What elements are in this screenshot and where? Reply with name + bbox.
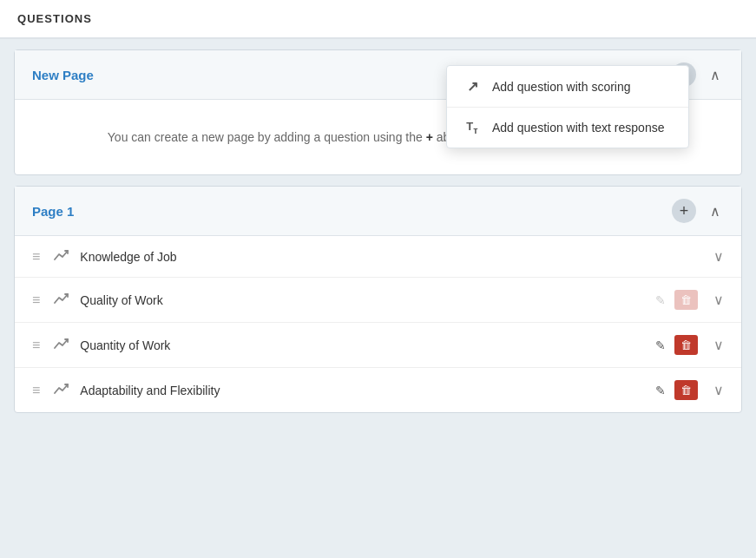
edit-question-button[interactable]: ✎ (655, 384, 666, 397)
new-page-body-bold: + (426, 130, 437, 144)
question-row: ≡ Knowledge of Job ∨ (15, 236, 741, 278)
page1-header: Page 1 + ∧ (15, 187, 741, 236)
question-label: Knowledge of Job (80, 250, 707, 264)
question-label: Adaptability and Flexibility (80, 384, 655, 397)
question-list: ≡ Knowledge of Job ∨ ≡ (15, 236, 741, 412)
new-page-body-text: You can create a new page by adding a qu… (108, 130, 423, 144)
row-actions: ✎ 🗑 ∨ (655, 290, 724, 310)
add-scoring-question-item[interactable]: ↗ Add question with scoring (447, 66, 688, 108)
expand-row-button[interactable]: ∨ (713, 248, 724, 265)
plus-icon: + (680, 202, 689, 220)
drag-handle-icon[interactable]: ≡ (32, 293, 40, 307)
scoring-trend-icon: ↗ (463, 78, 482, 95)
edit-question-button[interactable]: ✎ (655, 338, 666, 352)
add-text-label: Add question with text response (492, 121, 664, 135)
edit-question-button[interactable]: ✎ (655, 293, 666, 307)
row-actions: ✎ 🗑 ∨ (655, 335, 724, 355)
trash-icon: 🗑 (680, 293, 692, 306)
collapse-icon: ∧ (710, 203, 720, 220)
delete-question-button[interactable]: 🗑 (674, 290, 698, 310)
page1-card: Page 1 + ∧ ↗ Add question with scoring T… (14, 186, 742, 413)
new-page-collapse-button[interactable]: ∧ (707, 65, 724, 85)
add-text-question-item[interactable]: Tт Add question with text response (447, 108, 688, 148)
scoring-icon (54, 383, 69, 397)
page1-actions: + ∧ (672, 199, 724, 223)
new-page-title: New Page (32, 68, 94, 82)
expand-row-button[interactable]: ∨ (713, 337, 724, 353)
scoring-icon (54, 338, 69, 352)
row-actions: ∨ (707, 248, 724, 265)
drag-handle-icon[interactable]: ≡ (32, 338, 40, 352)
question-row: ≡ Adaptability and Flexibility ✎ 🗑 ∨ (15, 368, 741, 412)
question-label: Quality of Work (80, 293, 655, 307)
drag-handle-icon[interactable]: ≡ (32, 384, 40, 397)
scoring-icon (54, 292, 69, 307)
delete-question-button[interactable]: 🗑 (674, 380, 698, 400)
page1-add-button[interactable]: + (672, 199, 696, 223)
question-label: Quantity of Work (80, 338, 655, 352)
drag-handle-icon[interactable]: ≡ (32, 250, 40, 264)
expand-row-button[interactable]: ∨ (713, 382, 724, 398)
page1-title: Page 1 (32, 204, 74, 219)
page1-collapse-button[interactable]: ∧ (707, 201, 724, 221)
text-response-icon: Tт (463, 120, 482, 135)
question-row: ≡ Quantity of Work ✎ 🗑 ∨ (15, 323, 741, 368)
add-scoring-label: Add question with scoring (492, 80, 631, 94)
expand-row-button[interactable]: ∨ (713, 292, 724, 308)
scoring-icon (54, 249, 69, 264)
add-question-dropdown: ↗ Add question with scoring Tт Add quest… (446, 65, 689, 148)
trash-icon: 🗑 (680, 384, 692, 397)
collapse-icon: ∧ (710, 67, 720, 83)
section-title: QUESTIONS (0, 0, 756, 38)
row-actions: ✎ 🗑 ∨ (655, 380, 724, 400)
trash-icon: 🗑 (680, 338, 692, 351)
question-row: ≡ Quality of Work ✎ 🗑 ∨ (15, 278, 741, 323)
delete-question-button[interactable]: 🗑 (674, 335, 698, 355)
